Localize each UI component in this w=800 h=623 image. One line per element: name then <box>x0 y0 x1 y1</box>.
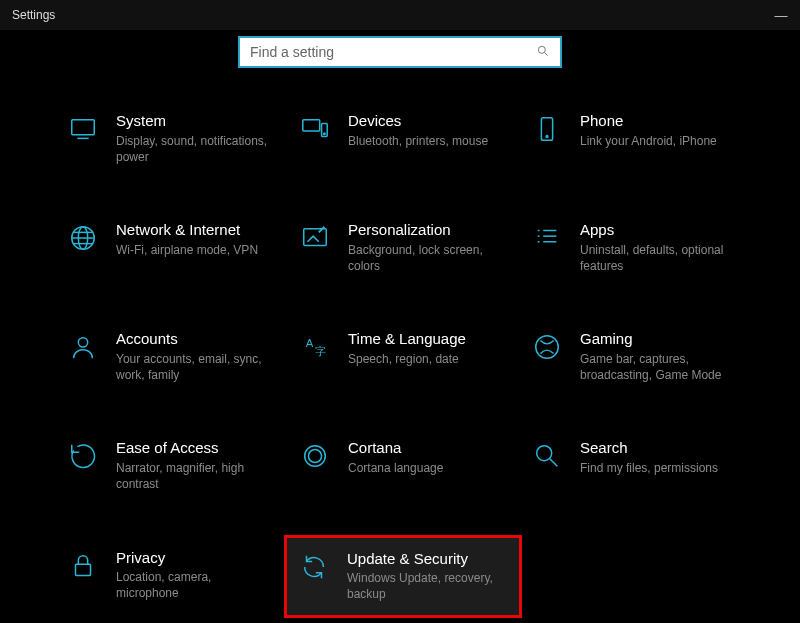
category-desc: Find my files, permissions <box>580 460 718 476</box>
category-title: Phone <box>580 112 717 131</box>
search-icon <box>536 44 550 61</box>
category-desc: Display, sound, notifications, power <box>116 133 276 165</box>
category-desc: Wi-Fi, airplane mode, VPN <box>116 242 258 258</box>
devices-icon <box>298 112 332 146</box>
category-title: Gaming <box>580 330 740 349</box>
category-gaming[interactable]: Gaming Game bar, captures, broadcasting,… <box>524 326 746 387</box>
person-icon <box>66 330 100 364</box>
category-accounts[interactable]: Accounts Your accounts, email, sync, wor… <box>60 326 282 387</box>
svg-point-0 <box>538 46 545 53</box>
category-desc: Bluetooth, printers, mouse <box>348 133 488 149</box>
category-title: Privacy <box>116 549 276 568</box>
svg-point-21 <box>78 338 87 347</box>
svg-point-24 <box>536 336 559 359</box>
category-update-security[interactable]: Update & Security Windows Update, recove… <box>284 535 522 618</box>
search-box[interactable] <box>238 36 562 68</box>
window-controls: — <box>774 8 788 23</box>
category-title: Time & Language <box>348 330 466 349</box>
category-title: Devices <box>348 112 488 131</box>
category-network[interactable]: Network & Internet Wi-Fi, airplane mode,… <box>60 217 282 278</box>
category-title: Personalization <box>348 221 508 240</box>
category-title: Search <box>580 439 718 458</box>
svg-rect-29 <box>76 564 91 575</box>
window-title: Settings <box>12 8 55 22</box>
svg-line-1 <box>545 52 548 55</box>
category-apps[interactable]: Apps Uninstall, defaults, optional featu… <box>524 217 746 278</box>
category-time[interactable]: A字 Time & Language Speech, region, date <box>292 326 514 387</box>
svg-line-28 <box>550 459 558 467</box>
svg-point-27 <box>537 446 552 461</box>
system-icon <box>66 112 100 146</box>
language-icon: A字 <box>298 330 332 364</box>
category-ease-of-access[interactable]: Ease of Access Narrator, magnifier, high… <box>60 435 282 496</box>
category-title: Apps <box>580 221 740 240</box>
svg-point-26 <box>308 450 321 463</box>
category-title: Ease of Access <box>116 439 276 458</box>
highlight-box: Update & Security Windows Update, recove… <box>292 545 514 608</box>
category-desc: Background, lock screen, colors <box>348 242 508 274</box>
category-title: Accounts <box>116 330 276 349</box>
category-search[interactable]: Search Find my files, permissions <box>524 435 746 496</box>
cortana-icon <box>298 439 332 473</box>
category-phone[interactable]: Phone Link your Android, iPhone <box>524 108 746 169</box>
category-desc: Windows Update, recovery, backup <box>347 570 509 602</box>
category-title: Network & Internet <box>116 221 258 240</box>
svg-text:A: A <box>306 337 314 349</box>
category-personalization[interactable]: Personalization Background, lock screen,… <box>292 217 514 278</box>
category-desc: Uninstall, defaults, optional features <box>580 242 740 274</box>
lock-icon <box>66 549 100 583</box>
svg-rect-2 <box>72 120 95 135</box>
update-icon <box>297 550 331 584</box>
settings-grid: System Display, sound, notifications, po… <box>0 108 800 608</box>
titlebar: Settings — <box>0 0 800 30</box>
search-input[interactable] <box>250 44 536 60</box>
category-devices[interactable]: Devices Bluetooth, printers, mouse <box>292 108 514 169</box>
globe-icon <box>66 221 100 255</box>
category-desc: Speech, region, date <box>348 351 466 367</box>
minimize-button[interactable]: — <box>774 8 788 23</box>
svg-text:字: 字 <box>315 345 326 357</box>
category-desc: Game bar, captures, broadcasting, Game M… <box>580 351 740 383</box>
category-cortana[interactable]: Cortana Cortana language <box>292 435 514 496</box>
svg-rect-4 <box>303 120 320 131</box>
category-desc: Location, camera, microphone <box>116 569 276 601</box>
apps-icon <box>530 221 564 255</box>
brush-icon <box>298 221 332 255</box>
category-title: System <box>116 112 276 131</box>
category-desc: Your accounts, email, sync, work, family <box>116 351 276 383</box>
svg-point-6 <box>324 133 326 135</box>
phone-icon <box>530 112 564 146</box>
category-title: Update & Security <box>347 550 509 569</box>
ease-icon <box>66 439 100 473</box>
category-desc: Link your Android, iPhone <box>580 133 717 149</box>
svg-point-8 <box>546 136 548 138</box>
magnify-icon <box>530 439 564 473</box>
category-system[interactable]: System Display, sound, notifications, po… <box>60 108 282 169</box>
category-desc: Narrator, magnifier, high contrast <box>116 460 276 492</box>
category-desc: Cortana language <box>348 460 443 476</box>
category-title: Cortana <box>348 439 443 458</box>
category-privacy[interactable]: Privacy Location, camera, microphone <box>60 545 282 608</box>
xbox-icon <box>530 330 564 364</box>
